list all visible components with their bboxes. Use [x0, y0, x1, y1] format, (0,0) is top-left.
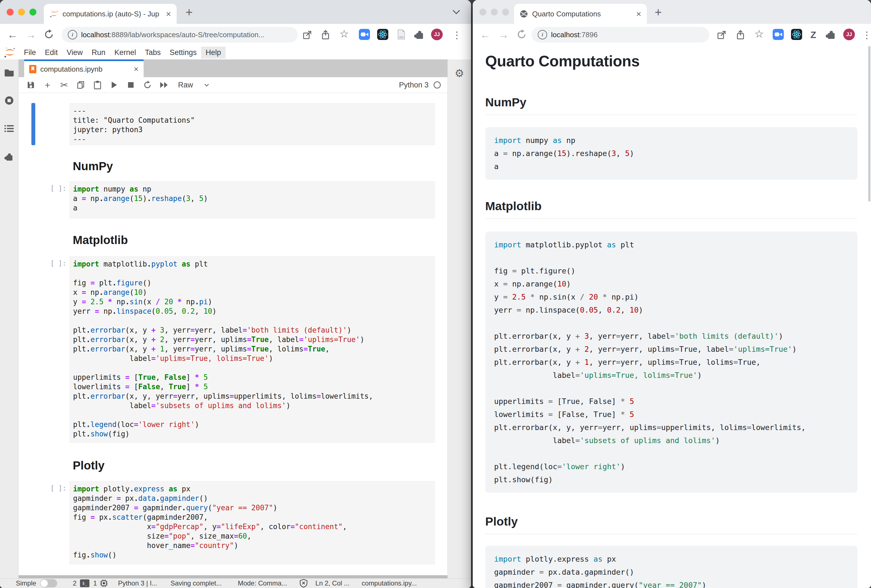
macos-window-controls — [7, 9, 36, 16]
menu-help[interactable]: Help — [201, 47, 226, 58]
share-icon[interactable] — [735, 30, 745, 40]
browser-tab-quarto[interactable]: Quarto Computations × — [514, 4, 647, 24]
reload-button[interactable] — [516, 30, 527, 39]
terminal-icon[interactable]: $_ — [80, 579, 90, 587]
document-extension-icon[interactable] — [395, 29, 407, 40]
forward-button[interactable]: → — [498, 29, 509, 40]
tab-close-icon[interactable]: × — [166, 9, 171, 18]
table-of-contents-icon[interactable] — [4, 124, 14, 133]
cell-type-dropdown[interactable]: Raw — [178, 81, 209, 90]
run-all-cells-button[interactable] — [156, 78, 172, 92]
tab-close-icon[interactable]: × — [636, 9, 641, 18]
menu-file[interactable]: File — [19, 47, 40, 58]
running-kernels-icon[interactable] — [4, 96, 14, 106]
menu-settings[interactable]: Settings — [165, 47, 201, 58]
kernel-chip-icon[interactable] — [100, 579, 108, 588]
save-button[interactable] — [22, 78, 39, 92]
reload-button[interactable] — [44, 30, 54, 39]
extensions-puzzle-icon[interactable] — [825, 29, 837, 40]
code-cell-numpy[interactable]: import numpy as npa = np.arange(15).resh… — [69, 181, 435, 218]
bookmark-star-icon[interactable]: ☆ — [340, 29, 349, 39]
trust-shield-icon[interactable] — [299, 579, 308, 588]
cut-cells-button[interactable]: ✂ — [56, 78, 72, 92]
code-cell-numpy-source[interactable]: import numpy as npa = np.arange(15).resh… — [73, 184, 431, 213]
minimize-window-button[interactable] — [491, 9, 498, 16]
url-text: localhost:7896 — [551, 31, 598, 39]
browser-menu-kebab-icon[interactable]: ⋮ — [862, 30, 871, 40]
page-scrollbar[interactable] — [868, 46, 871, 201]
share-icon[interactable] — [320, 30, 331, 40]
restart-kernel-button[interactable] — [139, 78, 156, 92]
kernel-indicator[interactable]: Python 3 — [399, 81, 443, 90]
code-cell-matplotlib[interactable]: import matplotlib.pyplot as plt fig = pl… — [69, 256, 435, 443]
active-cell-indicator[interactable] — [31, 103, 35, 145]
react-devtools-extension-icon[interactable] — [791, 29, 802, 40]
tab-title: Quarto Computations — [532, 10, 632, 18]
back-button[interactable]: ← — [7, 29, 18, 40]
new-tab-button[interactable]: + — [655, 6, 662, 18]
forward-button[interactable]: → — [25, 29, 36, 40]
browser-tabstrip-left: computations.ip (auto-S) - Jup × + — [0, 0, 471, 24]
code-cell-plotly[interactable]: import plotly.express as pxgapminder = p… — [69, 481, 435, 564]
browser-tabstrip-right: Quarto Computations × + — [473, 0, 871, 24]
zoom-extension-icon[interactable] — [359, 29, 370, 40]
code-cell-matplotlib-source[interactable]: import matplotlib.pyplot as plt fig = pl… — [73, 259, 431, 439]
zoom-window-button[interactable] — [502, 9, 509, 16]
jupyterlab-statusbar: Simple 2 $_ 1 Python 3 | I... Saving com… — [0, 578, 471, 588]
tab-search-chevron-icon[interactable] — [453, 10, 460, 15]
markdown-heading-numpy: NumPy — [73, 160, 113, 173]
copy-cells-button[interactable] — [72, 78, 89, 92]
back-button[interactable]: ← — [480, 29, 491, 40]
profile-avatar[interactable]: JJ — [843, 28, 855, 40]
raw-cell-source[interactable]: ---title: "Quarto Computations"jupyter: … — [73, 106, 431, 144]
section-heading-plotly: Plotly — [485, 515, 858, 534]
profile-avatar[interactable]: JJ — [431, 28, 443, 40]
insert-cell-button[interactable]: + — [39, 78, 56, 92]
property-inspector-gear-icon[interactable]: ⚙ — [455, 67, 464, 79]
z-extension-icon[interactable]: Z — [810, 30, 816, 40]
open-in-new-icon[interactable] — [717, 30, 727, 40]
browser-toolbar-left: ← → i localhost:8889/lab/workspaces/auto… — [0, 24, 471, 46]
extension-manager-puzzle-icon[interactable] — [4, 152, 14, 161]
jupyterlab-browser-window: computations.ip (auto-S) - Jup × + ← → i… — [0, 0, 471, 588]
raw-cell[interactable]: ---title: "Quarto Computations"jupyter: … — [69, 103, 435, 145]
extensions-puzzle-icon[interactable] — [414, 29, 425, 40]
quarto-rendered-page: Quarto Computations NumPy import numpy a… — [473, 46, 871, 588]
open-in-new-icon[interactable] — [302, 30, 312, 40]
zoom-extension-icon[interactable] — [773, 29, 784, 40]
menu-tabs[interactable]: Tabs — [141, 47, 165, 58]
code-block-matplotlib: import matplotlib.pyplot as plt fig = pl… — [485, 231, 858, 493]
react-devtools-extension-icon[interactable] — [377, 29, 388, 40]
site-info-icon[interactable]: i — [68, 30, 77, 39]
browser-menu-kebab-icon[interactable]: ⋮ — [452, 30, 462, 40]
menu-kernel[interactable]: Kernel — [110, 47, 141, 58]
file-browser-icon[interactable] — [4, 68, 14, 77]
menu-view[interactable]: View — [62, 47, 87, 58]
cell-prompt: [ ]: — [37, 260, 66, 267]
zoom-window-button[interactable] — [30, 9, 36, 16]
line-col-indicator[interactable]: Ln 2, Col ... — [316, 579, 350, 587]
command-mode-text[interactable]: Mode: Comma... — [238, 579, 287, 587]
close-window-button[interactable] — [7, 9, 13, 16]
bookmark-star-icon[interactable]: ☆ — [754, 29, 764, 39]
simple-mode-toggle[interactable] — [40, 579, 57, 588]
site-info-icon[interactable]: i — [538, 30, 547, 39]
menu-run[interactable]: Run — [87, 47, 110, 58]
browser-tab-jupyter[interactable]: computations.ip (auto-S) - Jup × — [44, 4, 177, 24]
markdown-heading-plotly: Plotly — [73, 459, 105, 472]
address-bar[interactable]: i localhost:7896 — [531, 27, 709, 42]
kernel-status-text[interactable]: Python 3 | I... — [118, 579, 157, 587]
close-window-button[interactable] — [479, 9, 486, 16]
kernel-count: 1 — [93, 579, 97, 587]
notebook-toolbar: + ✂ — [19, 77, 447, 93]
new-tab-button[interactable]: + — [186, 6, 193, 18]
notebook-tab[interactable]: computations.ipynb × — [24, 60, 144, 77]
paste-cells-button[interactable] — [89, 78, 106, 92]
notebook-tab-close-icon[interactable]: × — [133, 65, 139, 73]
menu-edit[interactable]: Edit — [40, 47, 63, 58]
code-cell-plotly-source[interactable]: import plotly.express as pxgapminder = p… — [73, 484, 431, 560]
minimize-window-button[interactable] — [18, 9, 25, 16]
address-bar[interactable]: i localhost:8889/lab/workspaces/auto-S/t… — [62, 27, 298, 42]
interrupt-kernel-button[interactable] — [123, 78, 139, 92]
run-cell-button[interactable] — [106, 78, 123, 92]
